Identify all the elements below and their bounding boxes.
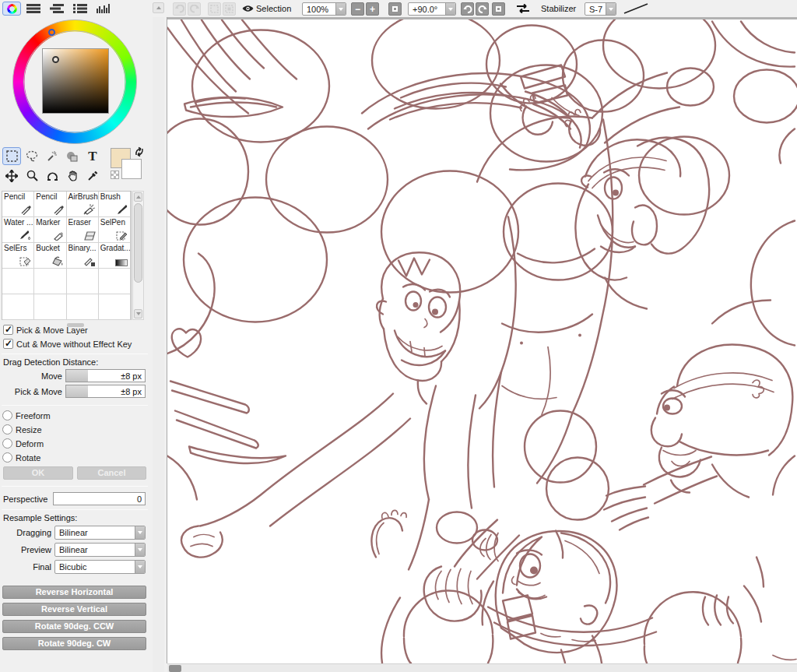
- ok-button[interactable]: OK: [3, 466, 73, 480]
- preview-dropdown[interactable]: Bilinear: [54, 543, 146, 557]
- sv-marker[interactable]: [52, 56, 59, 63]
- radio-icon[interactable]: [2, 424, 12, 435]
- hue-marker[interactable]: [48, 29, 55, 36]
- drawing-canvas[interactable]: [167, 19, 797, 663]
- rotate-reset-button[interactable]: [492, 2, 505, 16]
- transparency-checker-icon[interactable]: [111, 171, 119, 179]
- brush-empty-slot[interactable]: [34, 269, 66, 294]
- radio-icon[interactable]: [2, 438, 12, 449]
- brush-eraser[interactable]: Eraser: [67, 217, 99, 243]
- flip-horizontal-icon[interactable]: [515, 4, 531, 13]
- angle-dropdown-button[interactable]: [445, 3, 455, 15]
- brush-name: Bucket: [36, 244, 60, 252]
- deselect-button[interactable]: [208, 2, 221, 16]
- rotate-cw-button[interactable]: [476, 2, 489, 16]
- radio-deform[interactable]: Deform: [2, 438, 44, 449]
- pick-move-distance-slider[interactable]: ±8 px: [65, 385, 146, 398]
- tool-zoom[interactable]: [23, 167, 41, 185]
- brush-empty-slot[interactable]: [99, 269, 131, 294]
- brush-bucket[interactable]: Bucket: [34, 243, 66, 269]
- panel-mode-navigator[interactable]: [94, 2, 113, 16]
- tool-move[interactable]: [2, 167, 21, 185]
- perspective-input[interactable]: 0: [53, 492, 146, 505]
- brush-empty-slot[interactable]: [99, 294, 131, 320]
- tool-lasso[interactable]: [23, 147, 41, 165]
- zoom-in-button[interactable]: +: [366, 2, 379, 16]
- brush-scroll-down-button[interactable]: [134, 309, 142, 318]
- reverse-vertical-button[interactable]: Reverse Vertical: [2, 603, 146, 616]
- radio-icon[interactable]: [2, 410, 12, 420]
- brush-brush[interactable]: Brush: [99, 192, 131, 217]
- brush-empty-slot[interactable]: [2, 294, 34, 320]
- brush-gradient[interactable]: Gradat...: [99, 243, 131, 269]
- brush-binary[interactable]: Binary...: [67, 243, 99, 269]
- stroke-preview[interactable]: [623, 2, 649, 15]
- final-dropdown[interactable]: Bicubic: [54, 560, 146, 574]
- brush-empty-slot[interactable]: [34, 294, 66, 320]
- brush-empty-slot[interactable]: [67, 269, 99, 294]
- brush-marker[interactable]: Marker: [34, 217, 66, 243]
- rotate-90-cw-button[interactable]: Rotate 90deg. CW: [2, 637, 146, 650]
- dragging-dropdown[interactable]: Bilinear: [54, 526, 146, 540]
- invert-selection-button[interactable]: [223, 2, 236, 16]
- rotate-view-icon: [47, 170, 58, 181]
- undo-button[interactable]: [173, 2, 186, 16]
- checkbox-label: Pick & Move Layer: [16, 325, 88, 335]
- redo-button[interactable]: [188, 2, 201, 16]
- brush-selers[interactable]: SelErs: [2, 243, 34, 269]
- rotate-ccw-button[interactable]: [461, 2, 474, 16]
- brush-scroll-up-button[interactable]: [134, 192, 142, 202]
- lasso-icon: [26, 150, 39, 162]
- radio-freeform[interactable]: Freeform: [2, 410, 51, 421]
- cut-move-row[interactable]: Cut & Move without Effect Key: [3, 338, 132, 350]
- dropdown-button[interactable]: [135, 561, 145, 573]
- brush-empty-slot[interactable]: [2, 269, 34, 294]
- tool-rotate-view[interactable]: [43, 167, 61, 185]
- tool-eyedropper[interactable]: [83, 167, 102, 185]
- brush-selpen[interactable]: SelPen: [99, 217, 131, 243]
- reverse-horizontal-button[interactable]: Reverse Horizontal: [2, 586, 146, 599]
- brush-pencil-1[interactable]: Pencil: [2, 192, 34, 217]
- brush-airbrush[interactable]: AirBrush: [67, 192, 99, 217]
- pick-move-layer-row[interactable]: Pick & Move Layer: [3, 324, 88, 336]
- brush-scroll-thumb[interactable]: [134, 203, 142, 283]
- brush-pencil-2[interactable]: Pencil: [34, 192, 66, 217]
- panel-mode-layers-3[interactable]: [71, 2, 90, 16]
- radio-rotate[interactable]: Rotate: [2, 452, 40, 463]
- dropdown-button[interactable]: [135, 544, 145, 556]
- brush-water[interactable]: Water ...: [2, 217, 34, 243]
- zoom-dropdown-button[interactable]: [335, 3, 346, 15]
- swap-colors-icon[interactable]: [134, 146, 145, 157]
- background-color-swatch[interactable]: [121, 159, 142, 179]
- radio-resize[interactable]: Resize: [2, 424, 42, 435]
- saturation-value-square[interactable]: [42, 48, 109, 114]
- stabilizer-dropdown[interactable]: S-7: [585, 2, 616, 16]
- panel-mode-layers-1[interactable]: [24, 2, 43, 16]
- brush-grid-scrollbar[interactable]: [132, 191, 144, 320]
- tool-shape-move[interactable]: [63, 147, 82, 165]
- tool-rect-select[interactable]: [2, 147, 21, 165]
- zoom-reset-button[interactable]: [388, 2, 402, 16]
- angle-dropdown[interactable]: +90.0°: [408, 2, 456, 16]
- tool-text[interactable]: T: [83, 147, 102, 165]
- horizontal-scrollbar[interactable]: [167, 663, 797, 672]
- panel-mode-color-wheel[interactable]: [2, 2, 21, 16]
- tool-magic-wand[interactable]: [43, 147, 61, 165]
- cancel-button[interactable]: Cancel: [77, 466, 146, 480]
- panel-scroll-up-button[interactable]: [153, 2, 164, 13]
- stabilizer-dropdown-button[interactable]: [606, 3, 616, 15]
- panel-scroll-track[interactable]: [153, 17, 164, 672]
- color-wheel[interactable]: [6, 19, 143, 146]
- horizontal-scroll-thumb[interactable]: [169, 665, 181, 672]
- checkbox-checked[interactable]: [3, 339, 13, 349]
- rotate-90-ccw-button[interactable]: Rotate 90deg. CCW: [2, 620, 146, 633]
- radio-icon[interactable]: [2, 452, 12, 463]
- zoom-dropdown[interactable]: 100%: [302, 2, 346, 16]
- panel-mode-layers-2[interactable]: [47, 2, 66, 16]
- checkbox-checked[interactable]: [3, 325, 13, 335]
- brush-empty-slot[interactable]: [67, 294, 99, 320]
- move-distance-slider[interactable]: ±8 px: [65, 369, 146, 382]
- zoom-out-button[interactable]: −: [351, 2, 364, 16]
- dropdown-button[interactable]: [135, 526, 145, 539]
- tool-hand[interactable]: [63, 167, 82, 185]
